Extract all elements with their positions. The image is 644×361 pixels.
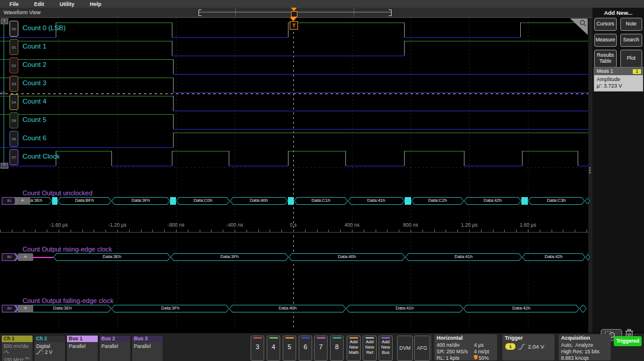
afg-button[interactable]: AFG xyxy=(414,336,430,361)
add-color-stripe xyxy=(366,337,374,339)
channel-badge-header: Ch 2 xyxy=(34,336,65,342)
channel-badge-ch1[interactable]: Ch 1500 mV/div100 MHz Bw xyxy=(1,335,33,361)
grid-line xyxy=(469,18,470,330)
digital-channel-label: Count 3 xyxy=(23,79,46,86)
waveform-segment xyxy=(288,151,345,152)
channel-button-5[interactable]: 5 xyxy=(283,336,296,361)
trigger-panel[interactable]: Trigger12.04 V xyxy=(502,334,555,360)
channel-button-8[interactable]: 8 xyxy=(330,336,344,361)
add-new-math-button[interactable]: AddNewMath xyxy=(347,336,361,361)
waveform-edge xyxy=(464,151,464,166)
digital-channel-badge-d2[interactable]: D2 xyxy=(9,57,18,73)
waveform-edge xyxy=(522,151,523,166)
bus-title: Count Output rising-edge clock xyxy=(23,246,112,253)
horizontal-panel[interactable]: Horizontal400 ns/div4 µsSR: 250 MS/s4 ns… xyxy=(434,334,497,360)
digital-channel-label: Count 1 xyxy=(23,43,46,50)
digital-channel-badge-d5[interactable]: D5 xyxy=(9,112,18,128)
channel-button-7[interactable]: 7 xyxy=(314,336,328,361)
waveform-segment xyxy=(0,114,173,115)
horizontal-value: 400 ns/div xyxy=(437,342,460,348)
bus-badge-b2[interactable]: B2 xyxy=(2,253,19,261)
channel-button-6[interactable]: 6 xyxy=(299,336,312,361)
search-button[interactable]: Search xyxy=(620,34,643,47)
channel-color-stripe xyxy=(286,337,294,339)
digital-channel-badge-d0[interactable]: D0 xyxy=(9,21,18,37)
channel-badge-header: Bus 2 xyxy=(100,336,130,342)
digital-channel-label: Count 2 xyxy=(23,61,46,68)
results-table-button[interactable]: Results Table xyxy=(594,50,617,67)
acquisition-panel[interactable]: AcquisitionAuto, AnalyzeHigh Res: 15 bit… xyxy=(559,334,611,360)
waveform-segment xyxy=(0,41,172,41)
waveform-edge xyxy=(173,114,174,129)
channel-number: 6 xyxy=(299,343,312,350)
digital-group-handle[interactable]: ≡ xyxy=(1,18,8,24)
bus-drag-handle[interactable]: + xyxy=(15,197,30,205)
menu-file[interactable]: File xyxy=(9,1,19,7)
digital-channel-badge-d3[interactable]: D3 xyxy=(9,76,18,92)
bus-value-segment: Data:C3h xyxy=(528,197,585,205)
channel-color-stripe xyxy=(317,337,325,339)
channel-badge-bus3[interactable]: Bus 3Parallel xyxy=(132,335,164,361)
nav-bracket-left[interactable] xyxy=(198,9,201,16)
dvm-button[interactable]: DVM xyxy=(397,336,413,361)
note-button[interactable]: Note xyxy=(620,18,643,31)
digital-channel-badge-d1[interactable]: D1 xyxy=(9,39,18,55)
trigger-flag-icon[interactable]: T xyxy=(290,21,298,30)
bw-tag: Bw xyxy=(25,356,30,360)
meas-source-badge: 1 xyxy=(633,69,641,74)
channel-badge-bus2[interactable]: Bus 2Parallel xyxy=(99,335,131,361)
waveform-segment xyxy=(0,166,56,166)
waveform-segment xyxy=(404,151,464,152)
cursors-button[interactable]: Cursors xyxy=(594,18,617,31)
bus-value-segment: Data:3Fh xyxy=(111,305,229,312)
channel-button-3[interactable]: 3 xyxy=(251,336,264,361)
bus-drag-handle[interactable]: + xyxy=(18,253,33,261)
waveform-segment xyxy=(345,166,404,166)
bus-value-segment: Data:C1h xyxy=(294,197,348,205)
trigger-flag-arrow-icon[interactable] xyxy=(290,17,297,21)
trigger-level: 2.04 V xyxy=(528,343,544,350)
bus-glitch-segment xyxy=(52,197,57,205)
horizontal-title: Horizontal xyxy=(434,334,497,341)
digital-channel-badge-d6[interactable]: D6 xyxy=(9,131,18,147)
channel-button-4[interactable]: 4 xyxy=(267,336,280,361)
nav-bracket-right[interactable] xyxy=(389,9,392,16)
add-button-label: AddNewMath xyxy=(347,339,360,355)
add-new-bus-button[interactable]: AddNewBus xyxy=(379,336,393,361)
bus-badge-b3[interactable]: B3 xyxy=(2,305,19,312)
add-new-ref-button[interactable]: AddNewRef xyxy=(363,336,377,361)
menu-edit[interactable]: Edit xyxy=(34,1,44,7)
waveform-edge xyxy=(173,96,174,111)
waveform-scroll-strip[interactable]: ••• xyxy=(588,18,592,333)
bus-data-label: Data:40h xyxy=(289,253,405,260)
bus-drag-handle[interactable]: + xyxy=(18,305,33,312)
waveform-view-tab[interactable]: Waveform View xyxy=(4,9,41,15)
waveform-segment xyxy=(0,96,173,96)
bus-title: Count Output unclocked xyxy=(23,189,92,196)
measurement-badge[interactable]: Meas 1 1 Amplitude µ': 3.723 V xyxy=(594,67,643,92)
time-axis-label: -800 ns xyxy=(159,222,193,228)
time-axis-label: 400 ns xyxy=(335,222,369,228)
add-button-label: AddNewRef xyxy=(363,339,376,355)
add-button-label: AddNewBus xyxy=(379,339,392,355)
add-color-stripe xyxy=(350,337,358,339)
plot-button[interactable]: Plot xyxy=(620,50,643,67)
menu-bar: FileEditUtilityHelp xyxy=(0,0,644,8)
channel-color-stripe xyxy=(302,337,310,339)
bus-type-label: Parallel xyxy=(101,343,130,349)
waveform-segment xyxy=(173,111,588,111)
menu-help[interactable]: Help xyxy=(90,1,102,7)
channel-number: 5 xyxy=(283,343,296,350)
channel-badge-bus1[interactable]: Bus 1Parallel xyxy=(66,335,98,361)
nav-trigger-box-icon[interactable] xyxy=(291,11,297,17)
measure-button[interactable]: Measure xyxy=(594,34,617,47)
ch1-bandwidth: 100 MHz Bw xyxy=(4,355,33,361)
channel-badge-ch2[interactable]: Ch 2Digital: 2 V xyxy=(34,335,66,361)
channel-color-stripe xyxy=(333,337,341,339)
bus-value-segment: Data:41h xyxy=(348,197,405,205)
grid-line xyxy=(235,18,235,330)
menu-utility[interactable]: Utility xyxy=(60,1,75,7)
digital-channel-badge-d7[interactable]: D7 xyxy=(9,149,18,165)
digital-channel-badge-d4[interactable]: D4 xyxy=(9,94,18,110)
channel-badge-header: Ch 1 xyxy=(2,336,33,342)
